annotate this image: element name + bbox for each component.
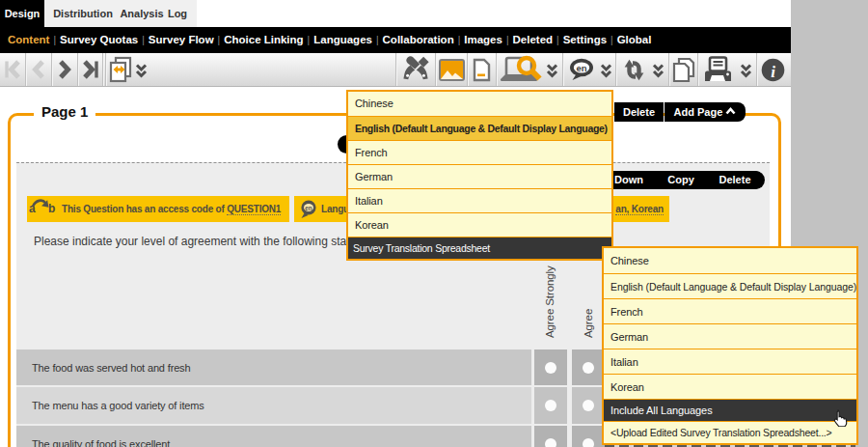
svg-text:en: en <box>576 63 586 73</box>
svg-text:i: i <box>771 62 775 80</box>
svg-text:en: en <box>305 205 312 211</box>
